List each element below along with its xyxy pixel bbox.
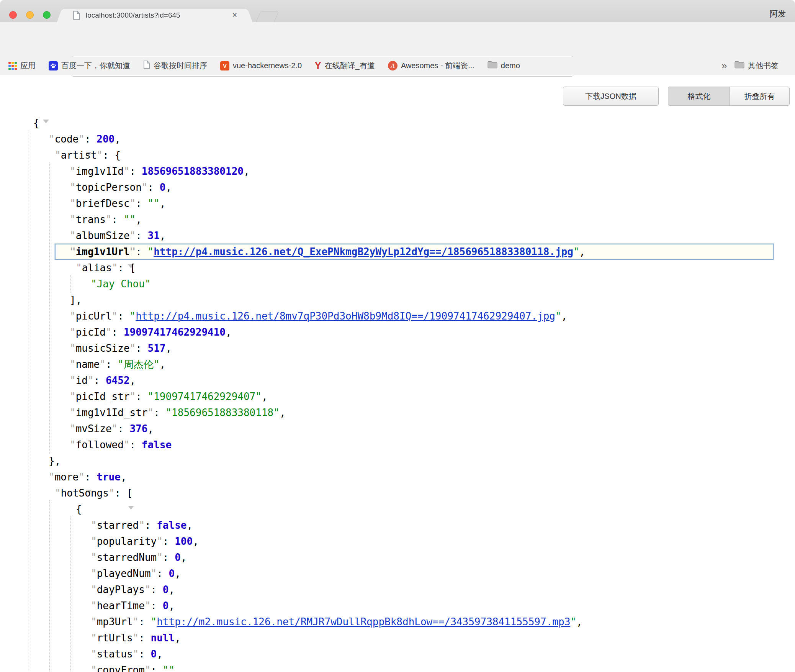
json-line: "picId": 19097417462929410, (0, 324, 795, 340)
awesomes-icon: A (388, 61, 398, 70)
json-line: "briefDesc": "", (0, 195, 795, 211)
tab-strip: localhost:3000/artists?id=645 × 阿发 (0, 0, 795, 22)
baidu-paw-icon (49, 61, 58, 70)
indent-guide (28, 130, 28, 672)
youdao-icon: Y (315, 60, 321, 71)
page-favicon-icon (73, 11, 80, 21)
json-line: "id": 6452, (0, 372, 795, 388)
json-line: "picUrl": "http://p4.music.126.net/8mv7q… (0, 308, 795, 324)
folder-icon (487, 61, 497, 71)
tab-title: localhost:3000/artists?id=645 (86, 11, 228, 20)
json-line: "mvSize": 376, (0, 421, 795, 437)
bookmarks-bar: 应用 百度一下，你就知道 谷歌按时间排序 V vue-hackernews-2.… (0, 57, 795, 75)
json-line: "playedNum": 0, (0, 565, 795, 582)
user-profile-name[interactable]: 阿发 (770, 8, 786, 19)
json-line: "alias": [ (0, 260, 795, 276)
folder-icon (734, 61, 744, 71)
collapse-all-button[interactable]: 折叠所有 (730, 87, 790, 106)
bookmarks-overflow-chevron[interactable]: » (721, 60, 727, 72)
json-line: "Jay Chou" (0, 276, 795, 292)
json-line: "hotSongs": [ (0, 485, 795, 501)
json-line: "starredNum": 0, (0, 549, 795, 565)
json-line: { (0, 115, 795, 131)
browser-tab[interactable]: localhost:3000/artists?id=645 × (64, 9, 245, 22)
json-line: "rtUrls": null, (0, 630, 795, 646)
indent-guide (70, 275, 71, 293)
json-line: "starred": false, (0, 517, 795, 533)
json-line: "status": 0, (0, 646, 795, 662)
json-viewer: {"code": 200,"artist": {"img1v1Id": 1856… (0, 115, 795, 672)
json-line: "hearTime": 0, (0, 598, 795, 614)
json-line: "albumSize": 31, (0, 228, 795, 244)
indent-guide (70, 516, 71, 672)
json-line: { (0, 501, 795, 517)
json-line: "img1v1Id": 18569651883380120, (0, 163, 795, 179)
json-line: "copyFrom": "", (0, 662, 795, 672)
json-line: "trans": "", (0, 211, 795, 228)
indent-guide (49, 162, 50, 454)
json-line: "artist": { (0, 147, 795, 163)
other-bookmarks-folder[interactable]: 其他书签 (734, 61, 779, 71)
json-line: "img1v1Url": "http://p4.music.126.net/Q_… (0, 244, 795, 260)
json-line: "musicSize": 517, (0, 340, 795, 356)
json-line: ], (0, 292, 795, 308)
bookmark-apps[interactable]: 应用 (8, 61, 36, 71)
browser-toolbar: ⓘ localhost:3000/artists?id=6452 V 英 en … (0, 22, 795, 57)
bookmark-google-sort[interactable]: 谷歌按时间排序 (143, 61, 207, 71)
collapse-toggle-icon[interactable] (43, 120, 49, 135)
json-line: "more": true, (0, 469, 795, 485)
window-minimize-button[interactable] (26, 11, 34, 19)
bookmark-vue-hackernews[interactable]: V vue-hackernews-2.0 (220, 61, 302, 70)
page-icon (143, 61, 150, 71)
new-tab-button[interactable] (256, 11, 279, 23)
bookmark-baidu[interactable]: 百度一下，你就知道 (49, 61, 130, 71)
window-close-button[interactable] (9, 11, 17, 19)
json-link[interactable]: http://m2.music.126.net/RMJR7wDullRqppBk… (157, 616, 570, 628)
json-line: }, (0, 453, 795, 469)
collapse-toggle-icon[interactable] (128, 506, 134, 521)
indent-guide (49, 500, 50, 672)
bookmark-demo-folder[interactable]: demo (487, 61, 520, 71)
json-line: "popularity": 100, (0, 533, 795, 549)
apps-grid-icon (8, 62, 17, 70)
bookmark-youdao-translate[interactable]: Y 在线翻译_有道 (315, 60, 375, 71)
json-line: "mp3Url": "http://m2.music.126.net/RMJR7… (0, 614, 795, 630)
json-link[interactable]: http://p4.music.126.net/Q_ExePNkmgB2yWyL… (154, 246, 573, 257)
json-link[interactable]: http://p4.music.126.net/8mv7qP30Pd3oHW8b… (136, 310, 555, 322)
json-line: "dayPlays": 0, (0, 582, 795, 598)
download-json-button[interactable]: 下载JSON数据 (563, 87, 659, 106)
tab-close-icon[interactable]: × (232, 10, 237, 20)
format-button[interactable]: 格式化 (668, 87, 730, 106)
json-line: "picId_str": "19097417462929407", (0, 388, 795, 405)
json-line: "topicPerson": 0, (0, 179, 795, 195)
window-maximize-button[interactable] (43, 11, 51, 19)
browser-window: localhost:3000/artists?id=645 × 阿发 ⓘ loc… (0, 0, 795, 672)
json-line: "code": 200, (0, 131, 795, 147)
json-line: "img1v1Id_str": "18569651883380118", (0, 405, 795, 421)
vue-icon: V (220, 61, 229, 70)
bookmark-awesomes[interactable]: A Awesomes - 前端资... (388, 61, 474, 71)
json-line: "followed": false (0, 437, 795, 453)
json-line: "name": "周杰伦", (0, 356, 795, 372)
